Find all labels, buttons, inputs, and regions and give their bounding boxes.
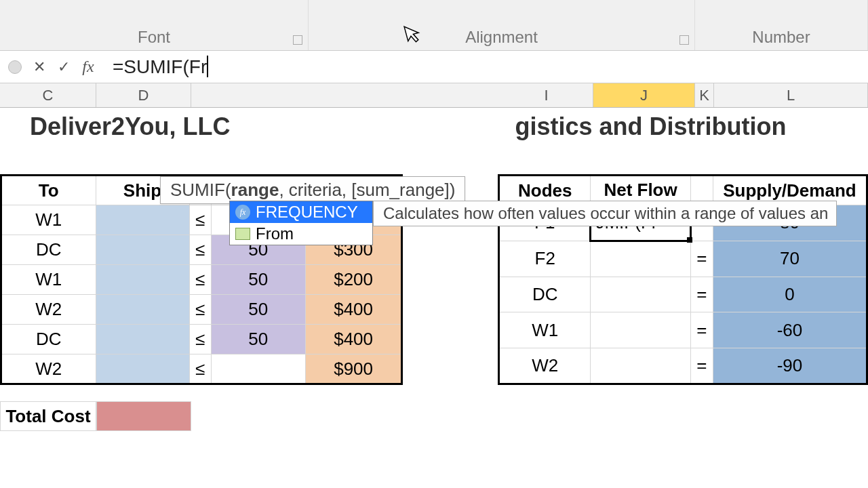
table-row[interactable]: W2≤$900 <box>1 354 402 384</box>
function-signature-tooltip: SUMIF(range, criteria, [sum_range]) <box>160 176 465 204</box>
autocomplete-item-from[interactable]: From <box>230 223 372 245</box>
cell-ship[interactable] <box>96 235 189 265</box>
cell-le: ≤ <box>189 325 211 354</box>
enter-button[interactable]: ✓ <box>52 55 76 79</box>
sheet-title-row: Deliver2You, LLC gistics and Distributio… <box>0 108 868 146</box>
cell-node[interactable]: DC <box>499 277 591 312</box>
table-row[interactable]: F2=70 <box>499 241 867 277</box>
cell-net-flow[interactable] <box>591 277 690 312</box>
ribbon-group-font[interactable]: Font <box>0 0 309 50</box>
cell-supply-demand[interactable]: 70 <box>713 241 867 277</box>
cell-le: ≤ <box>189 295 211 325</box>
total-cost-row: Total Cost <box>0 401 868 431</box>
spreadsheet-grid[interactable]: C D I J K L SUMIF(range, criteria, [sum_… <box>0 83 868 488</box>
col-header-i[interactable]: I <box>500 83 593 107</box>
table-row[interactable]: W1=-60 <box>499 312 867 348</box>
ribbon-label-number: Number <box>752 28 810 47</box>
autocomplete-label: From <box>256 224 294 243</box>
column-headers: C D I J K L <box>0 83 868 108</box>
cell-node[interactable]: W2 <box>499 348 591 384</box>
cell-net-flow[interactable] <box>591 312 690 348</box>
company-title: Deliver2You, LLC <box>30 113 230 141</box>
function-icon: fx <box>235 205 250 220</box>
insert-function-button[interactable]: fx <box>76 55 100 79</box>
cell-capacity[interactable]: 50 <box>211 295 306 325</box>
cell-ship[interactable] <box>96 295 189 325</box>
autocomplete-item-frequency[interactable]: fx FREQUENCY <box>230 201 372 223</box>
cell-eq: = <box>690 241 713 277</box>
table-row[interactable]: DC≤50$400 <box>1 325 402 354</box>
cell-node[interactable]: F2 <box>499 241 591 277</box>
cell-net-flow[interactable] <box>591 348 690 384</box>
cell-to[interactable]: W1 <box>1 205 96 235</box>
autocomplete-label: FREQUENCY <box>256 203 358 222</box>
table-row[interactable]: W2=-90 <box>499 348 867 384</box>
cell-to[interactable]: W1 <box>1 265 96 295</box>
formula-bar: ✕ ✓ fx =SUMIF(Fr <box>0 51 868 83</box>
total-cost-label: Total Cost <box>0 401 96 431</box>
cell-unit-cost[interactable]: $900 <box>306 354 402 384</box>
cell-to[interactable]: W2 <box>1 295 96 325</box>
cell-ship[interactable] <box>96 265 189 295</box>
cell-supply-demand[interactable]: -60 <box>713 312 867 348</box>
named-range-icon <box>235 228 250 240</box>
fill-handle[interactable] <box>687 237 692 243</box>
cell-eq: = <box>690 312 713 348</box>
cell-capacity[interactable]: 50 <box>211 265 306 295</box>
table-row[interactable]: W2≤50$400 <box>1 295 402 325</box>
col-header-k[interactable]: K <box>695 83 714 107</box>
cancel-button[interactable]: ✕ <box>27 55 52 79</box>
ribbon-group-alignment[interactable]: Alignment <box>309 0 695 50</box>
cell-unit-cost[interactable]: $400 <box>306 295 402 325</box>
ribbon: Font Alignment Number <box>0 0 868 51</box>
formula-autocomplete[interactable]: fx FREQUENCY From <box>229 201 373 245</box>
cell-supply-demand[interactable]: 0 <box>713 277 867 312</box>
cell-net-flow[interactable] <box>591 241 690 277</box>
table-row[interactable]: W1≤50$200 <box>1 265 402 295</box>
cell-unit-cost[interactable]: $200 <box>306 265 402 295</box>
cell-capacity[interactable]: 50 <box>211 325 306 354</box>
col-header-d[interactable]: D <box>96 83 191 107</box>
title-remainder: gistics and Distribution <box>515 113 786 141</box>
cell-eq: = <box>690 348 713 384</box>
formula-text: =SUMIF(Fr <box>113 56 207 77</box>
cell-eq: = <box>690 277 713 312</box>
col-header-c[interactable]: C <box>0 83 96 107</box>
cell-ship[interactable] <box>96 354 189 384</box>
dialog-launcher-icon[interactable] <box>293 35 302 45</box>
cell-to[interactable]: DC <box>1 235 96 265</box>
autocomplete-description: Calculates how often values occur within… <box>373 201 837 226</box>
dialog-launcher-icon[interactable] <box>679 35 689 45</box>
ribbon-group-number[interactable]: Number <box>695 0 868 50</box>
cell-ship[interactable] <box>96 325 189 354</box>
col-header-l[interactable]: L <box>714 83 868 107</box>
cell-unit-cost[interactable]: $400 <box>306 325 402 354</box>
cell-to[interactable]: DC <box>1 325 96 354</box>
total-cost-cell[interactable] <box>96 401 191 431</box>
cell-supply-demand[interactable]: -90 <box>713 348 867 384</box>
cell-to[interactable]: W2 <box>1 354 96 384</box>
name-box-dropdown[interactable] <box>3 55 27 79</box>
cell-le: ≤ <box>189 235 211 265</box>
ribbon-label-alignment: Alignment <box>465 28 538 47</box>
table-row[interactable]: DC=0 <box>499 277 867 312</box>
cell-le: ≤ <box>189 265 211 295</box>
cell-le: ≤ <box>189 205 211 235</box>
cell-ship[interactable] <box>96 205 189 235</box>
formula-input[interactable]: =SUMIF(Fr <box>100 56 865 78</box>
header-to: To <box>1 176 96 205</box>
cell-le: ≤ <box>189 354 211 384</box>
ribbon-label-font: Font <box>138 28 170 47</box>
col-header-j[interactable]: J <box>593 83 695 107</box>
cell-capacity[interactable] <box>211 354 306 384</box>
cell-node[interactable]: W1 <box>499 312 591 348</box>
